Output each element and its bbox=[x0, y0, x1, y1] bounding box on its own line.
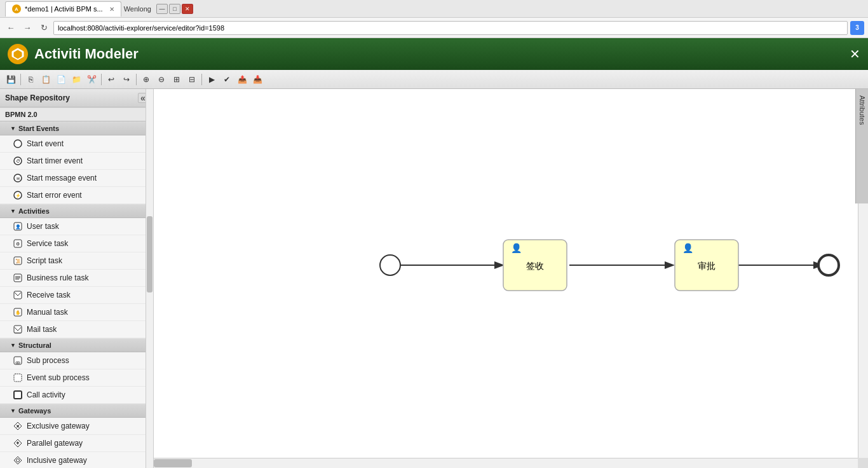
parallel-gateway-label: Parallel gateway bbox=[27, 439, 83, 448]
back-btn[interactable]: ← bbox=[4, 21, 18, 35]
business-rule-icon bbox=[13, 273, 23, 283]
browser-tab[interactable]: A *demo1 | Activiti BPM s... ✕ bbox=[5, 1, 121, 17]
deploy-btn[interactable]: ▶ bbox=[205, 72, 219, 86]
section-gateways[interactable]: ▼ Gateways bbox=[0, 404, 153, 418]
main-layout: Shape Repository « BPMN 2.0 ▼ Start Even… bbox=[0, 89, 868, 468]
section-structural-label: Structural bbox=[18, 341, 51, 349]
minimize-btn[interactable]: — bbox=[156, 4, 168, 14]
sidebar-item-sub-process[interactable]: + Sub process bbox=[0, 352, 153, 369]
copy-btn[interactable]: ⎘ bbox=[24, 72, 37, 86]
zoom-in-btn[interactable]: ⊕ bbox=[139, 72, 153, 86]
svg-text:⏱: ⏱ bbox=[16, 159, 20, 163]
reload-btn[interactable]: ↻ bbox=[37, 21, 51, 35]
close-btn[interactable]: ✕ bbox=[182, 4, 193, 14]
sep3 bbox=[136, 74, 137, 85]
user-task-label: User task bbox=[27, 222, 59, 231]
sidebar-item-parallel-gateway[interactable]: + Parallel gateway bbox=[0, 435, 153, 452]
svg-text:+: + bbox=[16, 440, 19, 446]
sidebar-item-start-message-event[interactable]: ✉ Start message event bbox=[0, 170, 153, 187]
start-event-icon bbox=[13, 139, 23, 149]
exclusive-gateway-icon: ✕ bbox=[13, 421, 23, 431]
start-event-shape[interactable] bbox=[380, 255, 400, 275]
sidebar-item-start-timer-event[interactable]: ⏱ Start timer event bbox=[0, 153, 153, 170]
sub-process-icon: + bbox=[13, 355, 23, 366]
app-header: Activiti Modeler ✕ bbox=[0, 38, 868, 70]
maximize-btn[interactable]: □ bbox=[169, 4, 180, 14]
section-start-events[interactable]: ▼ Start Events bbox=[0, 121, 153, 135]
section-activities[interactable]: ▼ Activities bbox=[0, 204, 153, 218]
sidebar-item-script-task[interactable]: 📜 Script task bbox=[0, 252, 153, 270]
arrow-start-events: ▼ bbox=[10, 125, 16, 132]
browser-toolbar: ← → ↻ 3 bbox=[0, 18, 868, 38]
save-btn[interactable]: 💾 bbox=[4, 72, 18, 86]
sidebar-title: Shape Repository bbox=[5, 93, 70, 102]
section-gateways-label: Gateways bbox=[18, 407, 51, 415]
sidebar-item-event-sub-process[interactable]: Event sub process bbox=[0, 369, 153, 387]
sep2 bbox=[101, 74, 102, 85]
event-sub-process-label: Event sub process bbox=[27, 373, 90, 382]
h-scroll-thumb[interactable] bbox=[154, 459, 192, 467]
sidebar-item-start-error-event[interactable]: ⚡ Start error event bbox=[0, 187, 153, 204]
new-btn[interactable]: 📄 bbox=[54, 72, 68, 86]
svg-text:✕: ✕ bbox=[16, 424, 20, 429]
sidebar-item-inclusive-gateway[interactable]: Inclusive gateway bbox=[0, 452, 153, 468]
validate-btn[interactable]: ✔ bbox=[220, 72, 234, 86]
zoom-out-btn[interactable]: ⊖ bbox=[154, 72, 168, 86]
canvas-scrollbar-h[interactable] bbox=[154, 458, 858, 468]
extension-icon[interactable]: 3 bbox=[850, 21, 864, 35]
start-error-label: Start error event bbox=[27, 191, 82, 200]
canvas-area[interactable]: Attributes 👤 签收 bbox=[154, 89, 868, 468]
svg-text:📜: 📜 bbox=[15, 258, 21, 264]
sep4 bbox=[201, 74, 202, 85]
inclusive-gateway-icon bbox=[13, 455, 23, 465]
import-btn[interactable]: 📥 bbox=[250, 72, 264, 86]
grid-btn[interactable]: ⊟ bbox=[185, 72, 199, 86]
sidebar-scroll-thumb[interactable] bbox=[147, 216, 153, 292]
forward-btn[interactable]: → bbox=[20, 21, 34, 35]
paste-btn[interactable]: 📋 bbox=[39, 72, 53, 86]
exclusive-gateway-label: Exclusive gateway bbox=[27, 422, 90, 430]
sidebar-item-receive-task[interactable]: Receive task bbox=[0, 287, 153, 304]
sidebar-item-call-activity[interactable]: Call activity bbox=[0, 387, 153, 404]
arrow-structural: ▼ bbox=[10, 342, 16, 348]
fit-btn[interactable]: ⊞ bbox=[170, 72, 184, 86]
task2-icon: 👤 bbox=[682, 243, 694, 254]
sidebar-item-start-event[interactable]: Start event bbox=[0, 135, 153, 153]
tab-title: *demo1 | Activiti BPM s... bbox=[25, 5, 103, 13]
sidebar-item-user-task[interactable]: 👤 User task bbox=[0, 218, 153, 235]
section-structural[interactable]: ▼ Structural bbox=[0, 338, 153, 352]
cut-btn[interactable]: ✂️ bbox=[85, 72, 98, 86]
svg-rect-28 bbox=[14, 391, 22, 399]
sidebar-item-mail-task[interactable]: Mail task bbox=[0, 321, 153, 338]
sidebar-item-exclusive-gateway[interactable]: ✕ Exclusive gateway bbox=[0, 418, 153, 435]
svg-rect-19 bbox=[14, 291, 22, 299]
service-task-icon: ⚙ bbox=[13, 238, 23, 249]
manual-task-icon: ✋ bbox=[13, 307, 23, 317]
end-event-shape[interactable] bbox=[818, 255, 839, 275]
tab-close-btn[interactable]: ✕ bbox=[109, 6, 114, 13]
script-task-label: Script task bbox=[27, 256, 62, 265]
receive-task-label: Receive task bbox=[27, 291, 71, 299]
user-area: Wenlong — □ ✕ bbox=[121, 4, 196, 14]
address-bar[interactable] bbox=[53, 21, 848, 35]
call-activity-label: Call activity bbox=[27, 390, 65, 399]
redo-btn[interactable]: ↪ bbox=[119, 72, 133, 86]
sidebar-item-business-rule-task[interactable]: Business rule task bbox=[0, 270, 153, 287]
sidebar-scrollbar[interactable] bbox=[146, 89, 153, 468]
svg-text:✉: ✉ bbox=[17, 177, 20, 181]
export-btn[interactable]: 📤 bbox=[235, 72, 249, 86]
sidebar-item-manual-task[interactable]: ✋ Manual task bbox=[0, 304, 153, 321]
svg-text:+: + bbox=[17, 361, 19, 364]
mail-task-label: Mail task bbox=[27, 325, 57, 334]
header-close-btn[interactable]: ✕ bbox=[850, 46, 860, 62]
sidebar-item-service-task[interactable]: ⚙ Service task bbox=[0, 235, 153, 252]
sep1 bbox=[20, 74, 21, 85]
svg-text:👤: 👤 bbox=[15, 224, 21, 230]
scroll-corner bbox=[858, 458, 868, 468]
attributes-panel-tab[interactable]: Attributes bbox=[855, 89, 868, 203]
manual-task-label: Manual task bbox=[27, 308, 68, 317]
open-btn[interactable]: 📁 bbox=[69, 72, 83, 86]
undo-btn[interactable]: ↩ bbox=[104, 72, 118, 86]
sidebar-header: Shape Repository « bbox=[0, 89, 153, 107]
app-toolbar: 💾 ⎘ 📋 📄 📁 ✂️ ↩ ↪ ⊕ ⊖ ⊞ ⊟ ▶ ✔ 📤 📥 bbox=[0, 70, 868, 89]
